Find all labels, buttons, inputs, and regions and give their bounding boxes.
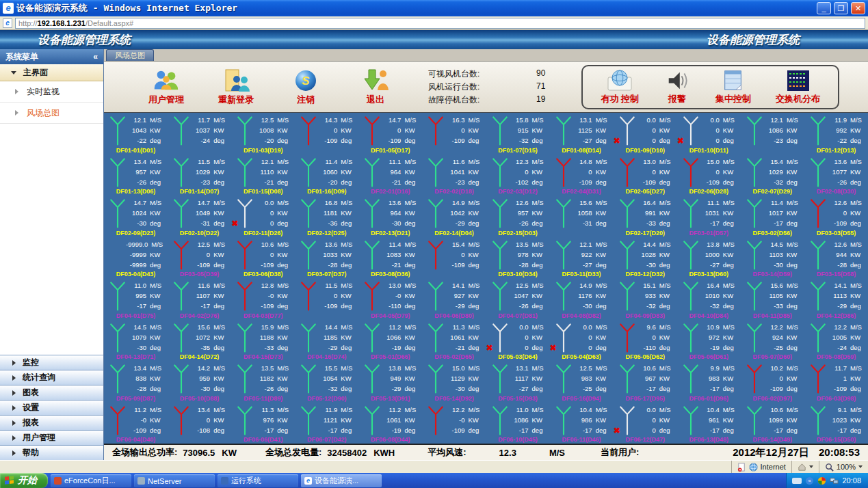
- turbine-cell[interactable]: ✖ 13.4M/S 957KW -26deg DF01-13(D06): [104, 154, 168, 196]
- turbine-cell[interactable]: ✖ 14.7M/S 0KW -109deg DF01-05(D17): [358, 113, 422, 154]
- turbine-cell[interactable]: ✖ 11.2M/S 1061KW -19deg DF06-08(D44): [358, 403, 422, 444]
- turbine-cell[interactable]: ✖ 10.6M/S 0KW -109deg DF03-06(D38): [231, 237, 295, 279]
- turbine-cell[interactable]: ✖ 10.6M/S 967KW -17deg DF05-17(D95): [614, 361, 677, 403]
- turbine-cell[interactable]: ✖ 14.7M/S 1024KW -30deg DF02-09(D23): [104, 195, 168, 237]
- sidebar-item-charts[interactable]: 图表: [0, 385, 103, 400]
- url-input[interactable]: http://192.168.1.231/Default.aspx#: [15, 18, 865, 29]
- sidebar-item-help[interactable]: 帮助: [0, 445, 103, 460]
- turbine-cell[interactable]: ✖ 15.0M/S 0KW -109deg DF02-06(D28): [677, 154, 741, 196]
- turbine-cell[interactable]: ✖ 12.8M/S -0KW -109deg DF04-03(D77): [231, 278, 295, 320]
- taskbar-task-runtime-system[interactable]: 运行系统: [218, 474, 298, 487]
- turbine-cell[interactable]: ✖ 14.2M/S 959KW -30deg DF05-10(D88): [168, 361, 231, 403]
- start-button[interactable]: 开始: [0, 473, 48, 488]
- turbine-cell[interactable]: ✖ 12.1M/S 1110KW -21deg DF01-15(D08): [231, 154, 295, 196]
- turbine-cell[interactable]: ✖ 0.0M/S 0KW 0deg DF01-10(D11): [677, 113, 741, 154]
- network-icon[interactable]: [830, 476, 839, 485]
- turbine-cell[interactable]: ✖ 11.3M/S 976KW -17deg DF06-06(D41): [231, 403, 295, 444]
- sidebar-item-settings[interactable]: 设置: [0, 400, 103, 415]
- turbine-cell[interactable]: ✖ 13.8M/S 1000KW -27deg DF03-13(D60): [677, 237, 741, 279]
- turbine-cell[interactable]: ✖ 9.9M/S 983KW -17deg DF06-01(D96): [677, 361, 741, 403]
- turbine-cell[interactable]: ✖ 0.0M/S 0KW 0deg DF05-03(D64): [486, 320, 550, 362]
- turbine-cell[interactable]: ✖ 15.1M/S 933KW -32deg DF04-09(D83): [614, 278, 677, 320]
- turbine-cell[interactable]: ✖ 11.5M/S 0KW -109deg: [295, 278, 358, 320]
- turbine-cell[interactable]: ✖ 12.3M/S 0KW -102deg DF02-03(D12): [486, 154, 550, 196]
- sidebar-item-monitor[interactable]: 监控: [0, 355, 103, 370]
- turbine-cell[interactable]: ✖ 14.5M/S 1103KW -30deg DF03-14(D59): [741, 237, 804, 279]
- turbine-cell[interactable]: ✖ 10.4M/S 986KW -17deg DF06-11(D46): [550, 403, 614, 444]
- turbine-cell[interactable]: ✖ 11.5M/S 1029KW -23deg DF01-14(D07): [168, 154, 231, 196]
- turbine-cell[interactable]: ✖ 13.0M/S -0KW -110deg DF04-05(D79): [358, 278, 422, 320]
- turbine-cell[interactable]: ✖ 11.9M/S 1121KW -17deg DF06-07(D42): [295, 403, 358, 444]
- turbine-cell[interactable]: ✖ 14.9M/S 1042KW -29deg DF02-14(D04): [422, 195, 486, 237]
- turbine-cell[interactable]: ✖ 11.0M/S 995KW -17deg DF04-01(D75): [104, 278, 168, 320]
- turbine-cell[interactable]: ✖ 12.6M/S 944KW -28deg DF03-15(D58): [804, 237, 868, 279]
- turbine-cell[interactable]: ✖ 13.5M/S 1182KW -26deg DF05-11(D89): [231, 361, 295, 403]
- turbine-cell[interactable]: ✖ 15.6M/S 1105KW -33deg DF04-11(D85): [741, 278, 804, 320]
- turbine-cell[interactable]: ✖ 13.5M/S 978KW -28deg DF03-10(D34): [486, 237, 550, 279]
- turbine-cell[interactable]: ✖ 11.0M/S 1086KW -17deg DF06-10(D45): [486, 403, 550, 444]
- user-management-button[interactable]: 用户管理: [131, 68, 201, 106]
- turbine-cell[interactable]: ✖ 11.4M/S 1083KW -21deg DF03-08(D36): [358, 237, 422, 279]
- collapse-sidebar-icon[interactable]: «: [93, 52, 98, 62]
- turbine-cell[interactable]: ✖ 11.1M/S 1031KW -17deg DF03-01(D57): [677, 195, 741, 237]
- turbine-cell[interactable]: ✖ 13.0M/S 0KW -109deg DF02-05(D27): [614, 154, 677, 196]
- turbine-cell[interactable]: ✖ 14.7M/S 1049KW -31deg DF02-10(D22): [168, 195, 231, 237]
- turbine-cell[interactable]: ✖ 15.6M/S 1072KW -35deg DF04-14(D72): [168, 320, 231, 362]
- turbine-cell[interactable]: ✖ 10.4M/S 961KW -17deg DF06-13(D48): [677, 403, 741, 444]
- turbine-cell[interactable]: ✖ 13.4M/S 0KW -108deg: [168, 403, 231, 444]
- alarm-button[interactable]: 报警: [663, 69, 691, 105]
- turbine-cell[interactable]: ✖ 13.6M/S 1077KW -26deg DF02-08(D30): [804, 154, 868, 196]
- turbine-cell[interactable]: ✖ 10.6M/S 1099KW -17deg DF06-14(D49): [741, 403, 804, 444]
- turbine-cell[interactable]: ✖ 15.5M/S 1054KW -32deg DF05-12(D90): [295, 361, 358, 403]
- active-power-control-button[interactable]: 有功 控制: [601, 69, 639, 105]
- turbine-cell[interactable]: ✖ 16.3M/S 0KW -109deg: [422, 113, 486, 154]
- turbine-cell[interactable]: ✖ 14.1M/S 1113KW -29deg DF04-12(D86): [804, 278, 868, 320]
- turbine-cell[interactable]: ✖ 11.1M/S 964KW -21deg DF02-01(D16): [358, 154, 422, 196]
- turbine-cell[interactable]: ✖ 16.4M/S 991KW -33deg DF02-17(D20): [614, 195, 677, 237]
- turbine-cell[interactable]: ✖ 12.5M/S 1047KW -26deg DF04-07(D81): [486, 278, 550, 320]
- turbine-cell[interactable]: ✖ 16.4M/S 1010KW -32deg DF04-10(D84): [677, 278, 741, 320]
- turbine-cell[interactable]: ✖ 11.6M/S 1041KW -23deg DF02-02(D18): [422, 154, 486, 196]
- turbine-cell[interactable]: ✖ 15.0M/S 1129KW -30deg DF05-14(D92): [422, 361, 486, 403]
- turbine-cell[interactable]: ✖ 14.5M/S 1079KW -30deg DF04-13(D71): [104, 320, 168, 362]
- turbine-cell[interactable]: ✖ 12.6M/S 957KW -26deg DF02-15(D03): [486, 195, 550, 237]
- turbine-cell[interactable]: ✖ 12.6M/S 0KW -109deg DF03-03(D55): [804, 195, 868, 237]
- turbine-cell[interactable]: ✖ 12.5M/S 0KW -109deg DF03-05(D39): [168, 237, 231, 279]
- turbine-cell[interactable]: ✖ 14.8M/S 0KW -109deg DF02-04(D31): [550, 154, 614, 196]
- sidebar-group-main[interactable]: 主界面: [0, 64, 103, 81]
- turbine-cell[interactable]: ✖ 11.3M/S 1061KW -21deg DF05-02(D65): [422, 320, 486, 362]
- sidebar-item-windfarm-overview[interactable]: 风场总图: [0, 103, 103, 124]
- restore-button[interactable]: ❐: [834, 2, 848, 14]
- turbine-cell[interactable]: ✖ 15.4M/S 0KW -109deg: [422, 237, 486, 279]
- language-icon[interactable]: «: [805, 476, 814, 485]
- switch-distribution-button[interactable]: 交换机分布: [776, 69, 820, 105]
- turbine-cell[interactable]: ✖ 11.6M/S 1107KW -17deg DF04-02(D76): [168, 278, 231, 320]
- minimize-button[interactable]: _: [817, 2, 831, 14]
- turbine-cell[interactable]: ✖ 11.2M/S -0KW -109deg DF06-04(D40): [104, 403, 168, 444]
- turbine-cell[interactable]: ✖ 10.9M/S 972KW -19deg DF05-06(D61): [677, 320, 741, 362]
- turbine-cell[interactable]: ✖ 14.3M/S 0KW -109deg: [295, 113, 358, 154]
- turbine-cell[interactable]: ✖ 15.4M/S 1029KW -32deg DF02-07(D29): [741, 154, 804, 196]
- sidebar-item-statistics[interactable]: 统计查询: [0, 370, 103, 385]
- turbine-cell[interactable]: ✖ 13.6M/S 964KW -30deg DF02-13(D21): [358, 195, 422, 237]
- turbine-cell[interactable]: ✖ 11.4M/S 1017KW -17deg DF03-02(D56): [741, 195, 804, 237]
- turbine-cell[interactable]: ✖ 12.2M/S 1005KW -24deg DF05-08(D59): [804, 320, 868, 362]
- turbine-cell[interactable]: ✖ 11.2M/S 1066KW -19deg DF05-01(D66): [358, 320, 422, 362]
- turbine-cell[interactable]: ✖ 14.4M/S 1028KW -30deg DF03-12(D32): [614, 237, 677, 279]
- turbine-cell[interactable]: ✖ 13.1M/S 1125KW -27deg DF01-08(D14): [550, 113, 614, 154]
- turbine-cell[interactable]: ✖ 0.0M/S 0KW 0deg DF02-11(D26): [231, 195, 295, 237]
- turbine-cell[interactable]: ✖ 15.9M/S 1188KW -33deg DF04-15(D73): [231, 320, 295, 362]
- turbine-cell[interactable]: ✖ -9999.0M/S -9999KW -9999deg DF03-04(D4…: [104, 237, 168, 279]
- tab-windfarm-overview[interactable]: 风场总图: [106, 49, 154, 61]
- sidebar-item-realtime[interactable]: 实时监视: [0, 81, 103, 103]
- sidebar-item-user-management[interactable]: 用户管理: [0, 430, 103, 445]
- turbine-cell[interactable]: ✖ 11.7M/S 1KW -109deg DF06-03(D98): [804, 361, 868, 403]
- protected-mode-control[interactable]: [791, 461, 819, 473]
- turbine-cell[interactable]: ✖ 15.6M/S 1058KW -31deg: [550, 195, 614, 237]
- turbine-cell[interactable]: ✖ 15.8M/S 915KW -32deg DF01-07(D15): [486, 113, 550, 154]
- turbine-cell[interactable]: ✖ 14.1M/S 927KW -29deg DF04-06(D80): [422, 278, 486, 320]
- turbine-cell[interactable]: ✖ 13.6M/S 1033KW -28deg DF03-07(D37): [295, 237, 358, 279]
- close-button[interactable]: ✕: [851, 2, 865, 14]
- central-control-button[interactable]: 集中控制: [715, 69, 751, 105]
- turbine-cell[interactable]: ✖ 11.7M/S 1037KW -24deg: [168, 113, 231, 154]
